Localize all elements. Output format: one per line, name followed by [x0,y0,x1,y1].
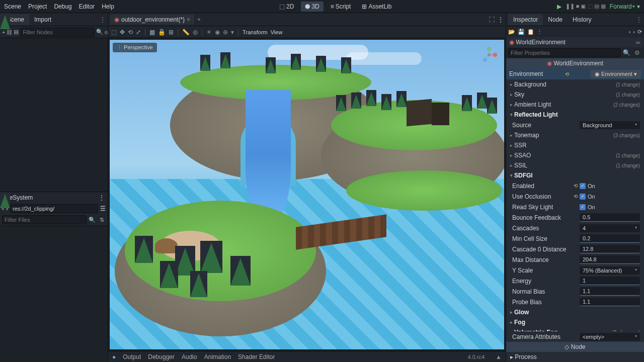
viewport-gizmo[interactable] [479,45,499,65]
section-background[interactable]: ▸Background(1 change) [506,79,644,89]
menu-scene[interactable]: Scene [4,3,21,10]
prop-cascades: Cascades4▾ [506,223,644,233]
lock-icon[interactable]: 🔒 [158,29,166,36]
play-icon[interactable]: ▶ [557,3,561,10]
open-icon[interactable]: 📂 [508,29,515,35]
inspector-menu-icon[interactable]: ⋮ [636,16,642,23]
process-section[interactable]: ▸ Process [506,352,644,362]
close-tab-icon[interactable]: × [187,16,190,23]
view-menu[interactable]: View [271,29,283,35]
3d-viewport[interactable]: ⋮ Perspective [109,39,505,350]
filter-properties-input[interactable] [508,48,621,57]
section-reflected-light[interactable]: ▾Reflected Light [506,110,644,120]
tabs-menu-icon[interactable]: ⋮ [498,16,504,23]
mode-assetlib[interactable]: ⊞AssetLib [358,2,395,12]
menu-editor[interactable]: Editor [79,3,95,10]
filesystem-menu-icon[interactable]: ⋮ [99,194,105,201]
bottom-tab-output[interactable]: Output [123,353,141,360]
env-icon[interactable]: ◉ [215,29,220,36]
workspace-tabs: ⬚2D⬢3D≡Script⊞AssetLib [114,2,557,12]
copy-icon[interactable]: 📋 [527,29,534,35]
filesystem-filter-row: 🔍 ⇅ [0,214,108,226]
scene-node[interactable]: ▾○Node [5,14,9,24]
scene-node[interactable]: ◉WorldEnvironment [5,24,10,29]
camera-attributes-row: Camera Attributes <empty>▾ [506,331,644,342]
prev-icon[interactable]: ‹ [629,29,631,35]
dropdown-icon[interactable]: ▾ [231,29,234,36]
scale-icon[interactable]: ⤢ [136,29,141,36]
section-fog[interactable]: ▸Fog [506,317,644,327]
inspector-object-row: ◉ WorldEnvironment ⫘ [506,37,644,47]
inspector-toolbar: 📂 💾 📋 ⋮ ‹ › ⟳ [506,26,644,37]
inspector-tab-inspector[interactable]: Inspector [508,14,543,25]
transform-menu[interactable]: Transform [243,29,268,35]
filesystem-header: FileSystem ⋮ [0,192,108,203]
view-mode-icon[interactable]: ☰ [100,205,106,212]
add-sun-icon[interactable]: ⊕ [223,29,228,36]
script-icon[interactable]: ▤ [14,28,19,36]
mode-3d[interactable]: ⬢3D [301,2,323,12]
camera-attr-field[interactable]: <empty>▾ [580,333,640,341]
section-volumetric-fog[interactable]: ▸Volumetric Fog(3 changes) [506,327,644,331]
search-icon[interactable]: 🔍 [88,216,96,224]
save-icon[interactable]: 💾 [518,29,525,35]
tab-import[interactable]: Import [29,14,56,25]
mode-2d[interactable]: ⬚2D [275,2,298,12]
mode-script[interactable]: ≡Script [327,2,355,12]
menu-help[interactable]: Help [102,3,114,10]
section-ssil[interactable]: ▸SSIL(1 change) [506,160,644,170]
new-tab-icon[interactable]: + [197,16,201,23]
inspector-tab-node[interactable]: Node [543,14,568,25]
bottom-tab-animation[interactable]: Animation [204,353,231,360]
environment-resource-field[interactable]: ◉ Environment ▾ [591,70,641,78]
select-icon[interactable]: ⬚ [111,29,117,36]
favorites-row[interactable]: ★Favorites: [5,193,9,203]
bottom-tab-shader-editor[interactable]: Shader Editor [238,353,275,360]
panel-menu-icon[interactable]: ⋮ [100,16,106,23]
history-menu-icon[interactable]: ⋮ [537,29,542,35]
bottom-tab-debugger[interactable]: Debugger [148,353,175,360]
playback-icons[interactable]: ❚❚ ■ ▣ ⬚ ▤ ▦ [566,3,606,10]
expand-icon[interactable]: ⛶ [489,16,495,23]
expand-bottom-icon[interactable]: ▲ [496,353,502,360]
prop-bounce-feedback: Bounce Feedback0.5 [506,212,644,223]
inspector-class-header[interactable]: ◉ WorldEnvironment [506,58,644,68]
pin-icon[interactable]: ⫘ [635,39,641,46]
section-tonemap[interactable]: ▸Tonemap(3 changes) [506,130,644,140]
section-ambient-light[interactable]: ▸Ambient Light(2 changes) [506,100,644,110]
sun-icon[interactable]: ☀ [206,29,212,36]
prop-min-cell-size: Min Cell Size0.2 [506,233,644,244]
section-ssao[interactable]: ▸SSAO(1 change) [506,150,644,160]
menu-debug[interactable]: Debug [54,3,71,10]
path-input[interactable] [10,204,98,213]
section-ssr[interactable]: ▸SSR [506,140,644,150]
rotate-icon[interactable]: ⟲ [128,29,133,36]
renderer-dropdown[interactable]: Forward+ ▾ [610,3,640,10]
snap-icon[interactable]: ▦ [149,29,155,36]
filter-files-input[interactable] [2,215,87,224]
sort-icon[interactable]: ⇅ [98,216,106,224]
section-sky[interactable]: ▸Sky(1 change) [506,89,644,100]
history-icon[interactable]: ⟳ [637,29,642,35]
menu-project[interactable]: Project [28,3,47,10]
node-section-header[interactable]: ◇ Node [506,342,644,352]
group-icon[interactable]: ⊞ [169,29,174,36]
file-item[interactable]: ▾📁res:// [5,203,9,208]
section-glow[interactable]: ▸Glow [506,307,644,317]
settings-icon[interactable]: ⚙ [632,48,642,57]
scene-tab[interactable]: ◉ outdoor_environment(*) × [110,15,194,25]
move-icon[interactable]: ✥ [120,29,125,36]
section-sdfgi[interactable]: ▾SDFGI [506,170,644,180]
next-icon[interactable]: › [633,29,635,35]
bottom-tab-audio[interactable]: Audio [182,353,197,360]
prop-max-distance: Max Distance204.8 [506,254,644,265]
scene-panel-tabs: Scene Import ⋮ [0,13,108,26]
camera-icon[interactable]: ◎ [193,29,198,36]
top-menubar: SceneProjectDebugEditorHelp ⬚2D⬢3D≡Scrip… [0,0,644,13]
search-icon[interactable]: 🔍 [621,48,632,57]
inspector-tab-history[interactable]: History [568,14,596,25]
prop-energy: Energy1 [506,276,644,286]
filter-nodes-input[interactable] [20,28,95,37]
ruler-icon[interactable]: 📏 [182,29,190,36]
search-icon[interactable]: 🔍 [96,28,103,36]
